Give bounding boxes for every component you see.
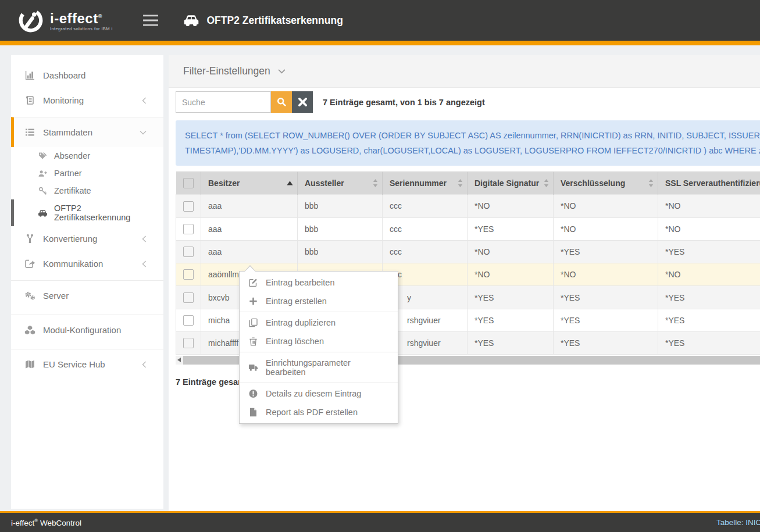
table-cell: *YES bbox=[468, 286, 554, 309]
app-logo[interactable]: i-effect® Integrated solutions for IBM i bbox=[17, 7, 112, 34]
sidebar-item-label: Server bbox=[43, 291, 69, 301]
table-cell: ccc bbox=[383, 195, 468, 217]
table-cell: *YES bbox=[468, 217, 554, 240]
sidebar-item-kommunikation[interactable]: Kommunikation bbox=[11, 251, 163, 276]
row-checkbox-cell bbox=[176, 195, 201, 217]
sidebar-item-oftp2-zertifikatserkennung[interactable]: OFTP2 Zertifikatserkennung bbox=[11, 199, 163, 226]
menu-item-eintrag-l-schen[interactable]: Eintrag löschen bbox=[240, 332, 398, 351]
tags-icon bbox=[38, 152, 48, 160]
close-icon bbox=[298, 97, 308, 107]
table-cell: *YES bbox=[554, 286, 658, 309]
logo-tagline: Integrated solutions for IBM i bbox=[50, 26, 112, 31]
sidebar-item-label: OFTP2 Zertifikatserkennung bbox=[54, 203, 154, 222]
app-header: i-effect® Integrated solutions for IBM i… bbox=[0, 0, 760, 41]
clear-search-button[interactable] bbox=[292, 91, 313, 113]
column-header-digitale-signatur[interactable]: Digitale Signatur bbox=[468, 172, 554, 195]
sidebar-item-zertifikate[interactable]: Zertifikate bbox=[11, 182, 163, 199]
table-cell: *YES bbox=[658, 309, 760, 331]
row-checkbox[interactable] bbox=[183, 292, 194, 303]
table-cell: *YES bbox=[658, 240, 760, 263]
sidebar-item-dashboard[interactable]: Dashboard bbox=[11, 63, 163, 88]
chevron-down-icon bbox=[140, 130, 147, 135]
menu-item-label: Eintrag erstellen bbox=[266, 297, 327, 306]
results-summary: 7 Einträge gesamt, von 1 bis 7 angezeigt bbox=[323, 98, 485, 107]
filter-settings-title: Filter-Einstellungen bbox=[183, 65, 270, 77]
sidebar: DashboardMonitoringStammdatenAbsenderPar… bbox=[11, 55, 163, 509]
row-checkbox[interactable] bbox=[183, 315, 194, 326]
sidebar-item-server[interactable]: Server bbox=[11, 280, 163, 310]
row-checkbox[interactable] bbox=[183, 201, 194, 212]
menu-item-label: Report als PDF erstellen bbox=[266, 408, 358, 417]
search-button[interactable] bbox=[271, 91, 292, 113]
i-effect-logo-icon bbox=[17, 7, 44, 34]
table-cell: *NO bbox=[658, 195, 760, 217]
table-row[interactable]: aaabbbccc*YES*NO*NO bbox=[176, 217, 760, 240]
logo-text: i-effect® Integrated solutions for IBM i bbox=[50, 10, 112, 31]
menu-item-einrichtungsparameter-bearbeiten[interactable]: Einrichtungsparameter bearbeiten bbox=[240, 354, 398, 381]
table-cell: *NO bbox=[658, 217, 760, 240]
row-checkbox-cell bbox=[176, 263, 201, 286]
sidebar-item-monitoring[interactable]: Monitoring bbox=[11, 88, 163, 113]
share-icon bbox=[24, 259, 35, 269]
table-cell: aaa bbox=[201, 217, 298, 240]
column-header-seriennummer[interactable]: Seriennummer bbox=[383, 172, 468, 195]
sidebar-item-stammdaten[interactable]: Stammdaten bbox=[11, 117, 163, 147]
table-cell: *NO bbox=[658, 263, 760, 286]
column-header-aussteller[interactable]: Aussteller bbox=[298, 172, 383, 195]
table-cell: *NO bbox=[468, 263, 554, 286]
table-cell: *NO bbox=[554, 217, 658, 240]
chevron-left-icon bbox=[142, 260, 147, 267]
row-checkbox[interactable] bbox=[183, 247, 194, 257]
sidebar-item-label: Zertifikate bbox=[54, 186, 91, 195]
scroll-left-arrow[interactable] bbox=[177, 358, 181, 362]
select-all-header-cell bbox=[176, 172, 201, 195]
table-row[interactable]: aaabbbccc*NO*YES*YES bbox=[176, 240, 760, 263]
logo-registered-mark: ® bbox=[98, 13, 102, 19]
search-input[interactable] bbox=[176, 91, 271, 113]
menu-toggle-button[interactable] bbox=[142, 14, 159, 27]
sidebar-item-label: Stammdaten bbox=[43, 127, 92, 137]
info-circle-icon bbox=[248, 389, 258, 398]
row-checkbox-cell bbox=[176, 217, 201, 240]
column-header-ssl-serverauthentifizierung[interactable]: SSL Serverauthentifizierung bbox=[658, 172, 760, 195]
hamburger-icon bbox=[142, 14, 159, 27]
menu-item-label: Eintrag duplizieren bbox=[266, 318, 336, 327]
column-header-label: Digitale Signatur bbox=[474, 178, 539, 188]
table-cell: bbb bbox=[298, 217, 383, 240]
sort-icon bbox=[373, 179, 378, 187]
row-checkbox[interactable] bbox=[183, 269, 194, 280]
menu-item-details-zu-diesem-eintrag[interactable]: Details zu diesem Eintrag bbox=[240, 384, 398, 403]
row-checkbox[interactable] bbox=[183, 224, 194, 234]
car-icon bbox=[38, 209, 48, 217]
column-header-label: Verschlüsselung bbox=[561, 178, 625, 188]
file-icon bbox=[248, 408, 258, 417]
filter-settings-toggle[interactable]: Filter-Einstellungen bbox=[169, 55, 760, 88]
edit-icon bbox=[248, 278, 258, 287]
menu-item-eintrag-bearbeiten[interactable]: Eintrag bearbeiten bbox=[240, 273, 398, 292]
sidebar-item-partner[interactable]: Partner bbox=[11, 165, 163, 182]
sidebar-item-absender[interactable]: Absender bbox=[11, 147, 163, 165]
column-header-besitzer[interactable]: Besitzer bbox=[201, 172, 298, 195]
context-menu: Eintrag bearbeitenEintrag erstellenEintr… bbox=[239, 271, 398, 424]
column-header-label: SSL Serverauthentifizierung bbox=[665, 178, 760, 188]
row-checkbox-cell bbox=[176, 332, 201, 355]
table-cell: *YES bbox=[658, 286, 760, 309]
row-checkbox[interactable] bbox=[183, 338, 194, 348]
sidebar-item-label: Absender bbox=[54, 151, 90, 160]
sidebar-item-eu-service-hub[interactable]: EU Service Hub bbox=[11, 349, 163, 379]
menu-item-eintrag-erstellen[interactable]: Eintrag erstellen bbox=[240, 292, 398, 310]
app-footer: i-effect® WebControl Tabelle: INICRTID bbox=[0, 511, 760, 532]
menu-item-eintrag-duplizieren[interactable]: Eintrag duplizieren bbox=[240, 313, 398, 332]
table-cell: *YES bbox=[468, 309, 554, 331]
sidebar-item-konvertierung[interactable]: Konvertierung bbox=[11, 226, 163, 251]
menu-item-report-als-pdf-erstellen[interactable]: Report als PDF erstellen bbox=[240, 403, 398, 422]
column-header-verschl-sselung[interactable]: Verschlüsselung bbox=[554, 172, 658, 195]
footer-brand: i-effect® WebControl bbox=[11, 518, 81, 527]
sidebar-item-label: Dashboard bbox=[43, 70, 85, 80]
row-checkbox-cell bbox=[176, 240, 201, 263]
footer-table-label: Tabelle: INICRTID bbox=[716, 518, 760, 527]
select-all-checkbox[interactable] bbox=[183, 178, 194, 188]
table-cell: *NO bbox=[468, 240, 554, 263]
sidebar-item-modul-konfiguration[interactable]: Modul-Konfiguration bbox=[11, 315, 163, 345]
table-row[interactable]: aaabbbccc*NO*NO*NO bbox=[176, 195, 760, 217]
